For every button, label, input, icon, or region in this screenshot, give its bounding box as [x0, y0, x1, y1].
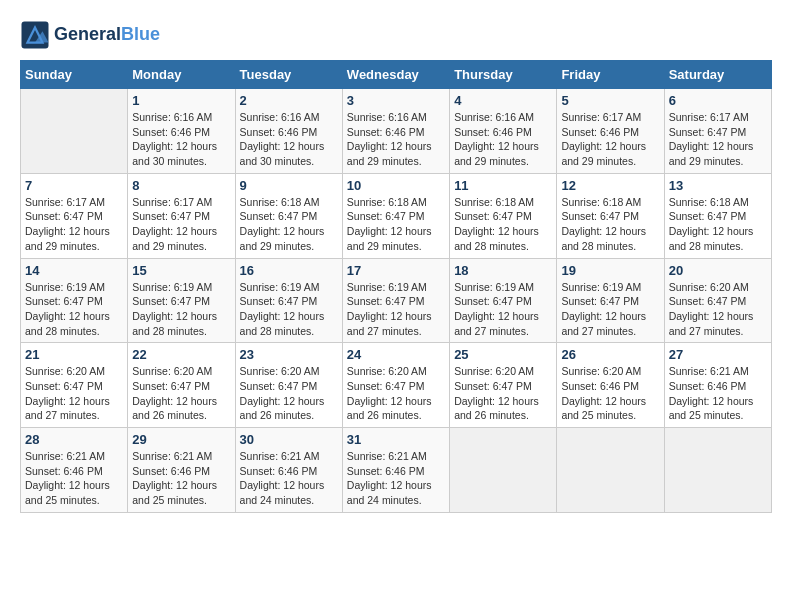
calendar-cell: 30Sunrise: 6:21 AM Sunset: 6:46 PM Dayli… [235, 428, 342, 513]
day-number: 11 [454, 178, 552, 193]
day-number: 21 [25, 347, 123, 362]
calendar-week-row: 28Sunrise: 6:21 AM Sunset: 6:46 PM Dayli… [21, 428, 772, 513]
calendar-cell: 7Sunrise: 6:17 AM Sunset: 6:47 PM Daylig… [21, 173, 128, 258]
day-info: Sunrise: 6:16 AM Sunset: 6:46 PM Dayligh… [454, 110, 552, 169]
day-info: Sunrise: 6:21 AM Sunset: 6:46 PM Dayligh… [240, 449, 338, 508]
day-number: 9 [240, 178, 338, 193]
day-number: 2 [240, 93, 338, 108]
day-info: Sunrise: 6:17 AM Sunset: 6:47 PM Dayligh… [669, 110, 767, 169]
calendar-cell: 28Sunrise: 6:21 AM Sunset: 6:46 PM Dayli… [21, 428, 128, 513]
day-number: 31 [347, 432, 445, 447]
calendar-cell: 4Sunrise: 6:16 AM Sunset: 6:46 PM Daylig… [450, 89, 557, 174]
day-number: 8 [132, 178, 230, 193]
day-info: Sunrise: 6:17 AM Sunset: 6:47 PM Dayligh… [25, 195, 123, 254]
day-number: 10 [347, 178, 445, 193]
day-number: 20 [669, 263, 767, 278]
calendar-body: 1Sunrise: 6:16 AM Sunset: 6:46 PM Daylig… [21, 89, 772, 513]
page-header: GeneralBlue [20, 20, 772, 50]
calendar-cell [21, 89, 128, 174]
day-info: Sunrise: 6:20 AM Sunset: 6:47 PM Dayligh… [25, 364, 123, 423]
calendar-cell: 15Sunrise: 6:19 AM Sunset: 6:47 PM Dayli… [128, 258, 235, 343]
calendar-cell [664, 428, 771, 513]
calendar-cell: 8Sunrise: 6:17 AM Sunset: 6:47 PM Daylig… [128, 173, 235, 258]
day-info: Sunrise: 6:18 AM Sunset: 6:47 PM Dayligh… [669, 195, 767, 254]
calendar-cell: 16Sunrise: 6:19 AM Sunset: 6:47 PM Dayli… [235, 258, 342, 343]
day-number: 25 [454, 347, 552, 362]
day-info: Sunrise: 6:17 AM Sunset: 6:46 PM Dayligh… [561, 110, 659, 169]
day-info: Sunrise: 6:20 AM Sunset: 6:47 PM Dayligh… [669, 280, 767, 339]
day-info: Sunrise: 6:20 AM Sunset: 6:47 PM Dayligh… [240, 364, 338, 423]
calendar-cell: 11Sunrise: 6:18 AM Sunset: 6:47 PM Dayli… [450, 173, 557, 258]
calendar-cell: 6Sunrise: 6:17 AM Sunset: 6:47 PM Daylig… [664, 89, 771, 174]
day-info: Sunrise: 6:18 AM Sunset: 6:47 PM Dayligh… [561, 195, 659, 254]
day-number: 24 [347, 347, 445, 362]
calendar-cell [450, 428, 557, 513]
calendar-cell: 29Sunrise: 6:21 AM Sunset: 6:46 PM Dayli… [128, 428, 235, 513]
day-info: Sunrise: 6:17 AM Sunset: 6:47 PM Dayligh… [132, 195, 230, 254]
calendar-cell: 10Sunrise: 6:18 AM Sunset: 6:47 PM Dayli… [342, 173, 449, 258]
day-number: 16 [240, 263, 338, 278]
day-info: Sunrise: 6:19 AM Sunset: 6:47 PM Dayligh… [454, 280, 552, 339]
calendar-week-row: 7Sunrise: 6:17 AM Sunset: 6:47 PM Daylig… [21, 173, 772, 258]
logo: GeneralBlue [20, 20, 160, 50]
day-number: 15 [132, 263, 230, 278]
day-number: 27 [669, 347, 767, 362]
calendar-cell: 31Sunrise: 6:21 AM Sunset: 6:46 PM Dayli… [342, 428, 449, 513]
logo-text: GeneralBlue [54, 25, 160, 45]
calendar-cell: 24Sunrise: 6:20 AM Sunset: 6:47 PM Dayli… [342, 343, 449, 428]
calendar-header-saturday: Saturday [664, 61, 771, 89]
day-info: Sunrise: 6:19 AM Sunset: 6:47 PM Dayligh… [347, 280, 445, 339]
calendar-cell: 25Sunrise: 6:20 AM Sunset: 6:47 PM Dayli… [450, 343, 557, 428]
calendar-cell: 23Sunrise: 6:20 AM Sunset: 6:47 PM Dayli… [235, 343, 342, 428]
day-info: Sunrise: 6:18 AM Sunset: 6:47 PM Dayligh… [347, 195, 445, 254]
day-number: 12 [561, 178, 659, 193]
day-number: 6 [669, 93, 767, 108]
calendar-cell: 18Sunrise: 6:19 AM Sunset: 6:47 PM Dayli… [450, 258, 557, 343]
day-info: Sunrise: 6:16 AM Sunset: 6:46 PM Dayligh… [347, 110, 445, 169]
day-number: 14 [25, 263, 123, 278]
calendar-cell: 21Sunrise: 6:20 AM Sunset: 6:47 PM Dayli… [21, 343, 128, 428]
day-info: Sunrise: 6:16 AM Sunset: 6:46 PM Dayligh… [240, 110, 338, 169]
day-info: Sunrise: 6:20 AM Sunset: 6:46 PM Dayligh… [561, 364, 659, 423]
calendar-header-monday: Monday [128, 61, 235, 89]
calendar-header-sunday: Sunday [21, 61, 128, 89]
day-number: 13 [669, 178, 767, 193]
day-number: 17 [347, 263, 445, 278]
calendar-cell: 2Sunrise: 6:16 AM Sunset: 6:46 PM Daylig… [235, 89, 342, 174]
day-number: 7 [25, 178, 123, 193]
day-info: Sunrise: 6:19 AM Sunset: 6:47 PM Dayligh… [240, 280, 338, 339]
calendar-cell: 17Sunrise: 6:19 AM Sunset: 6:47 PM Dayli… [342, 258, 449, 343]
day-number: 4 [454, 93, 552, 108]
day-number: 30 [240, 432, 338, 447]
calendar-header-row: SundayMondayTuesdayWednesdayThursdayFrid… [21, 61, 772, 89]
day-info: Sunrise: 6:19 AM Sunset: 6:47 PM Dayligh… [561, 280, 659, 339]
calendar-cell: 22Sunrise: 6:20 AM Sunset: 6:47 PM Dayli… [128, 343, 235, 428]
day-number: 5 [561, 93, 659, 108]
calendar-header-wednesday: Wednesday [342, 61, 449, 89]
day-info: Sunrise: 6:20 AM Sunset: 6:47 PM Dayligh… [132, 364, 230, 423]
calendar-cell: 1Sunrise: 6:16 AM Sunset: 6:46 PM Daylig… [128, 89, 235, 174]
day-info: Sunrise: 6:16 AM Sunset: 6:46 PM Dayligh… [132, 110, 230, 169]
calendar-cell: 12Sunrise: 6:18 AM Sunset: 6:47 PM Dayli… [557, 173, 664, 258]
day-number: 1 [132, 93, 230, 108]
calendar-table: SundayMondayTuesdayWednesdayThursdayFrid… [20, 60, 772, 513]
day-info: Sunrise: 6:20 AM Sunset: 6:47 PM Dayligh… [347, 364, 445, 423]
calendar-cell: 26Sunrise: 6:20 AM Sunset: 6:46 PM Dayli… [557, 343, 664, 428]
calendar-cell: 5Sunrise: 6:17 AM Sunset: 6:46 PM Daylig… [557, 89, 664, 174]
day-info: Sunrise: 6:21 AM Sunset: 6:46 PM Dayligh… [347, 449, 445, 508]
day-number: 28 [25, 432, 123, 447]
calendar-week-row: 14Sunrise: 6:19 AM Sunset: 6:47 PM Dayli… [21, 258, 772, 343]
day-info: Sunrise: 6:18 AM Sunset: 6:47 PM Dayligh… [454, 195, 552, 254]
calendar-cell: 20Sunrise: 6:20 AM Sunset: 6:47 PM Dayli… [664, 258, 771, 343]
calendar-cell: 9Sunrise: 6:18 AM Sunset: 6:47 PM Daylig… [235, 173, 342, 258]
day-number: 26 [561, 347, 659, 362]
calendar-header-friday: Friday [557, 61, 664, 89]
day-info: Sunrise: 6:21 AM Sunset: 6:46 PM Dayligh… [25, 449, 123, 508]
day-number: 18 [454, 263, 552, 278]
calendar-header-thursday: Thursday [450, 61, 557, 89]
day-info: Sunrise: 6:20 AM Sunset: 6:47 PM Dayligh… [454, 364, 552, 423]
calendar-cell: 27Sunrise: 6:21 AM Sunset: 6:46 PM Dayli… [664, 343, 771, 428]
day-info: Sunrise: 6:18 AM Sunset: 6:47 PM Dayligh… [240, 195, 338, 254]
day-number: 19 [561, 263, 659, 278]
calendar-cell [557, 428, 664, 513]
